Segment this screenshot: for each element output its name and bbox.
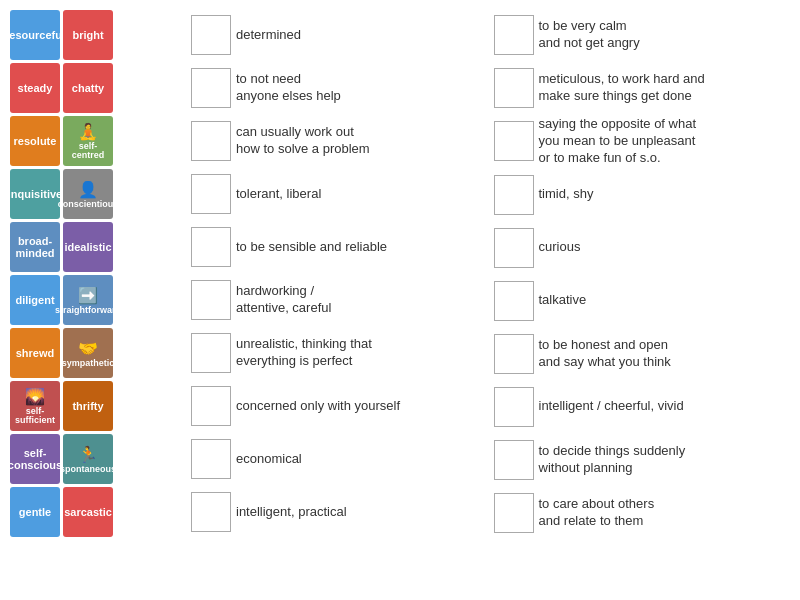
middle-box-0[interactable] [191, 15, 231, 55]
tile-row-6: shrewd 🤝 sympathetic [10, 328, 185, 378]
main-container: resourcefulbrightsteadychattyresolute 🧘 … [0, 0, 800, 600]
tile-thrifty[interactable]: thrifty [63, 381, 113, 431]
right-text-1: meticulous, to work hard and make sure t… [539, 71, 791, 105]
middle-row-0: determined [191, 10, 488, 60]
tile-idealistic[interactable]: idealistic [63, 222, 113, 272]
middle-text-3: tolerant, liberal [236, 186, 488, 203]
tile-gentle[interactable]: gentle [10, 487, 60, 537]
tile-row-4: broad-mindedidealistic [10, 222, 185, 272]
right-row-8: to decide things suddenly without planni… [494, 435, 791, 485]
middle-row-8: economical [191, 434, 488, 484]
right-text-3: timid, shy [539, 186, 791, 203]
right-text-7: intelligent / cheerful, vivid [539, 398, 791, 415]
middle-text-7: concerned only with yourself [236, 398, 488, 415]
right-text-9: to care about others and relate to them [539, 496, 791, 530]
tile-shrewd[interactable]: shrewd [10, 328, 60, 378]
right-box-9[interactable] [494, 493, 534, 533]
right-text-0: to be very calm and not get angry [539, 18, 791, 52]
right-text-2: saying the opposite of what you mean to … [539, 116, 791, 167]
middle-row-1: to not need anyone elses help [191, 63, 488, 113]
middle-text-8: economical [236, 451, 488, 468]
tile-row-1: steadychatty [10, 63, 185, 113]
middle-text-1: to not need anyone elses help [236, 71, 488, 105]
left-column: resourcefulbrightsteadychattyresolute 🧘 … [10, 10, 185, 590]
right-box-8[interactable] [494, 440, 534, 480]
middle-text-9: intelligent, practical [236, 504, 488, 521]
right-row-4: curious [494, 223, 791, 273]
tile-row-5: diligent ➡️ straightforward [10, 275, 185, 325]
middle-column: determinedto not need anyone elses helpc… [191, 10, 488, 590]
middle-row-2: can usually work out how to solve a prob… [191, 116, 488, 166]
right-box-1[interactable] [494, 68, 534, 108]
right-row-6: to be honest and open and say what you t… [494, 329, 791, 379]
right-row-1: meticulous, to work hard and make sure t… [494, 63, 791, 113]
middle-box-4[interactable] [191, 227, 231, 267]
right-text-6: to be honest and open and say what you t… [539, 337, 791, 371]
right-box-3[interactable] [494, 175, 534, 215]
tile-sympathetic[interactable]: 🤝 sympathetic [63, 328, 113, 378]
tile-row-9: gentlesarcastic [10, 487, 185, 537]
tile-spontaneous[interactable]: 🏃 spontaneous [63, 434, 113, 484]
right-column: to be very calm and not get angrymeticul… [494, 10, 791, 590]
tile-row-8: self-conscious 🏃 spontaneous [10, 434, 185, 484]
tile-steady[interactable]: steady [10, 63, 60, 113]
middle-row-5: hardworking / attentive, careful [191, 275, 488, 325]
tile-self-conscious[interactable]: self-conscious [10, 434, 60, 484]
right-row-0: to be very calm and not get angry [494, 10, 791, 60]
right-row-9: to care about others and relate to them [494, 488, 791, 538]
right-row-2: saying the opposite of what you mean to … [494, 116, 791, 167]
tile-straightforward[interactable]: ➡️ straightforward [63, 275, 113, 325]
tile-row-0: resourcefulbright [10, 10, 185, 60]
right-text-5: talkative [539, 292, 791, 309]
middle-text-6: unrealistic, thinking that everything is… [236, 336, 488, 370]
tile-row-3: inquisitive 👤 conscientious [10, 169, 185, 219]
tile-resolute[interactable]: resolute [10, 116, 60, 166]
tile-inquisitive[interactable]: inquisitive [10, 169, 60, 219]
middle-box-9[interactable] [191, 492, 231, 532]
right-box-5[interactable] [494, 281, 534, 321]
tile-conscientious[interactable]: 👤 conscientious [63, 169, 113, 219]
middle-box-2[interactable] [191, 121, 231, 161]
right-text-4: curious [539, 239, 791, 256]
right-box-6[interactable] [494, 334, 534, 374]
middle-row-4: to be sensible and reliable [191, 222, 488, 272]
middle-box-7[interactable] [191, 386, 231, 426]
middle-box-6[interactable] [191, 333, 231, 373]
middle-row-7: concerned only with yourself [191, 381, 488, 431]
middle-text-5: hardworking / attentive, careful [236, 283, 488, 317]
right-box-7[interactable] [494, 387, 534, 427]
middle-box-8[interactable] [191, 439, 231, 479]
right-box-2[interactable] [494, 121, 534, 161]
tile-bright[interactable]: bright [63, 10, 113, 60]
middle-text-2: can usually work out how to solve a prob… [236, 124, 488, 158]
tile-row-2: resolute 🧘 self-centred [10, 116, 185, 166]
tile-diligent[interactable]: diligent [10, 275, 60, 325]
right-box-0[interactable] [494, 15, 534, 55]
right-row-3: timid, shy [494, 170, 791, 220]
tile-chatty[interactable]: chatty [63, 63, 113, 113]
tile-row-7: 🌄 self-sufficient thrifty [10, 381, 185, 431]
middle-row-3: tolerant, liberal [191, 169, 488, 219]
middle-row-9: intelligent, practical [191, 487, 488, 537]
tile-sarcastic[interactable]: sarcastic [63, 487, 113, 537]
tile-resourceful[interactable]: resourceful [10, 10, 60, 60]
middle-box-1[interactable] [191, 68, 231, 108]
tile-broad-minded[interactable]: broad-minded [10, 222, 60, 272]
middle-text-0: determined [236, 27, 488, 44]
right-text-8: to decide things suddenly without planni… [539, 443, 791, 477]
right-box-4[interactable] [494, 228, 534, 268]
middle-row-6: unrealistic, thinking that everything is… [191, 328, 488, 378]
right-row-5: talkative [494, 276, 791, 326]
middle-box-5[interactable] [191, 280, 231, 320]
middle-text-4: to be sensible and reliable [236, 239, 488, 256]
middle-box-3[interactable] [191, 174, 231, 214]
tile-self-centred[interactable]: 🧘 self-centred [63, 116, 113, 166]
tile-self-sufficient[interactable]: 🌄 self-sufficient [10, 381, 60, 431]
right-row-7: intelligent / cheerful, vivid [494, 382, 791, 432]
